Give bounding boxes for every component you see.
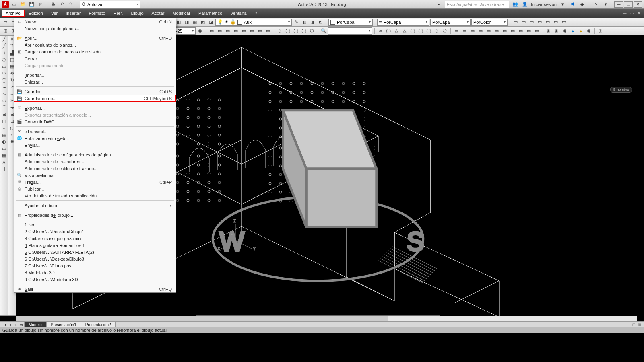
layout-tab[interactable]: Presentación1 <box>46 322 81 327</box>
tb-icon[interactable]: ▭ <box>509 27 516 35</box>
menu-insertar[interactable]: Insertar <box>62 10 85 17</box>
tb-icon[interactable]: ▭ <box>477 27 484 35</box>
mdi-close-button[interactable]: ✕ <box>636 10 642 16</box>
tb-icon[interactable]: ▭ <box>248 27 256 35</box>
tb-icon[interactable]: ▭ <box>485 27 492 35</box>
tb-icon[interactable]: ◇ <box>276 27 283 35</box>
tb-icon[interactable]: ● <box>569 27 576 35</box>
menu-item[interactable]: ▤Administrador de configuraciones de pág… <box>14 151 176 158</box>
menu-item[interactable]: 4 Planos guitarra Romanillos 1 <box>14 242 176 249</box>
tb-icon[interactable]: ◯ <box>417 27 424 35</box>
tb-icon[interactable]: ◉ <box>585 27 592 35</box>
tb-icon[interactable]: ▭ <box>469 27 476 35</box>
tb-icon[interactable]: 🔍 <box>320 27 327 35</box>
addselected-tool-icon[interactable]: ✚ <box>0 166 8 173</box>
region-tool-icon[interactable]: ▭ <box>0 145 8 152</box>
tb-icon[interactable]: ▭ <box>512 19 519 26</box>
signin-label[interactable]: Iniciar sesión <box>531 2 557 7</box>
layout-tab[interactable]: Modelo <box>24 322 46 327</box>
rectangle-tool-icon[interactable]: ▭ <box>0 63 8 70</box>
line-tool-icon[interactable]: ╱ <box>0 36 8 43</box>
tb-icon[interactable]: ▭ <box>520 19 527 26</box>
layout-tab[interactable]: Presentación2 <box>81 322 116 327</box>
menu-item[interactable]: 7 C:\Users\...\Plano post <box>14 262 176 269</box>
app-store-icon[interactable]: ◆ <box>578 1 586 8</box>
tb-icon[interactable]: △ <box>401 27 408 35</box>
mdi-minimize-button[interactable]: — <box>621 10 628 16</box>
linetype-dropdown[interactable]: PorCapa ▾ <box>430 19 471 26</box>
qat-print-icon[interactable]: 🖶 <box>50 1 57 8</box>
menu-item[interactable]: ◧Cargar conjunto de marcas de revisión..… <box>14 48 176 55</box>
menu-[interactable]: ? <box>251 10 261 17</box>
layer-icon[interactable]: ◧ <box>301 19 308 26</box>
menu-item[interactable]: Enlazar... <box>14 78 176 85</box>
tab-prev-icon[interactable]: ◂ <box>7 322 13 327</box>
menu-dibujo[interactable]: Dibujo <box>127 10 147 17</box>
menu-item[interactable]: ✉eTransmit... <box>14 128 176 135</box>
layer-icon[interactable]: ◩ <box>199 19 206 26</box>
tb-icon[interactable]: ◉ <box>561 27 568 35</box>
qat-save-icon[interactable]: 💾 <box>28 1 35 8</box>
tb-icon[interactable]: ◎ <box>597 27 604 35</box>
tb-icon[interactable]: ▭ <box>493 27 500 35</box>
menu-item[interactable]: 🔍Vista preliminar <box>14 172 176 179</box>
menu-item[interactable]: ▭Nuevo...Ctrl+N <box>14 18 176 25</box>
tb-icon[interactable]: ⬠ <box>441 27 448 35</box>
color-dropdown[interactable]: PorCapa ▾ <box>328 19 373 26</box>
tb-icon[interactable]: ◯ <box>425 27 432 35</box>
tb-icon[interactable]: ▭ <box>533 27 541 35</box>
menu-item[interactable]: Cerrar <box>14 55 176 62</box>
menu-item[interactable]: 6 C:\Users\...\Desktop\Dibujo3 <box>14 255 176 262</box>
tb-icon[interactable]: △ <box>393 27 400 35</box>
tb-icon[interactable]: ▭ <box>232 27 239 35</box>
tb-icon[interactable]: ▭ <box>2 19 9 26</box>
tb-icon[interactable]: ▭ <box>560 19 568 26</box>
menu-item[interactable]: ▤Propiedades del dibujo... <box>14 212 176 218</box>
menu-item[interactable]: Nuevo conjunto de planos... <box>14 25 176 32</box>
qat-open-icon[interactable]: 📂 <box>19 1 27 8</box>
table-tool-icon[interactable]: ▦ <box>0 152 8 159</box>
menu-archivo[interactable]: Archivo <box>2 10 25 17</box>
spline-tool-icon[interactable]: ∿ <box>0 90 8 97</box>
layer-match-icon[interactable]: ✎ <box>293 19 300 26</box>
qat-saveas-icon[interactable]: ⎘ <box>37 1 44 8</box>
tb-icon[interactable]: ◉ <box>553 27 560 35</box>
minimize-button[interactable]: — <box>614 1 623 8</box>
nav-label[interactable]: S-nombre <box>610 87 632 93</box>
menu-edicin[interactable]: Edición <box>25 10 47 17</box>
help-icon[interactable]: ? <box>592 1 600 8</box>
qat-new-icon[interactable]: ▭ <box>10 1 18 8</box>
mdi-restore-button[interactable]: ▭ <box>629 10 635 16</box>
menu-item[interactable]: Ayudas al dibujo <box>14 202 176 209</box>
tb-icon[interactable]: ▭ <box>536 19 543 26</box>
menu-paramtrico[interactable]: Paramétrico <box>194 10 226 17</box>
tb-icon[interactable]: ◉ <box>196 27 204 35</box>
text-tool-icon[interactable]: A <box>0 159 8 166</box>
tb-icon[interactable]: ◯ <box>300 27 308 35</box>
menu-ver[interactable]: Ver <box>47 10 62 17</box>
tb-dropdown[interactable]: ▾ <box>328 27 372 35</box>
menu-item[interactable]: 🌐Publicar en sitio web... <box>14 135 176 142</box>
tb-icon[interactable]: ▭ <box>453 27 460 35</box>
tb-icon[interactable]: ▭ <box>216 27 223 35</box>
polygon-tool-icon[interactable]: ⬠ <box>0 56 8 63</box>
menu-item[interactable]: 🖶Trazar...Ctrl+P <box>14 179 176 185</box>
close-button[interactable]: ✕ <box>634 1 642 8</box>
polyline-tool-icon[interactable]: ⌇ <box>0 49 8 56</box>
menu-item[interactable]: 💾GuardarCtrl+S <box>14 88 176 95</box>
revcloud-tool-icon[interactable]: ☁ <box>0 84 8 90</box>
user-icon[interactable]: 👤 <box>521 1 528 8</box>
layer-states-icon[interactable]: ◨ <box>183 19 190 26</box>
tb-icon[interactable]: ⬡ <box>308 27 316 35</box>
tb-icon[interactable]: ● <box>577 27 584 35</box>
tb-icon[interactable]: ▭ <box>256 27 264 35</box>
menu-item[interactable]: 💾Guardar como...Ctrl+Mayús+S <box>14 95 176 102</box>
menu-modificar[interactable]: Modificar <box>168 10 194 17</box>
menu-item[interactable]: 9 C:\Users\...\Modelado 3D <box>14 276 176 283</box>
layer-icon[interactable]: ◩ <box>317 19 324 26</box>
tb-icon[interactable]: ▭ <box>544 19 551 26</box>
tb-icon[interactable]: ▱ <box>377 27 384 35</box>
menu-item[interactable]: Administrador de estilos de trazado... <box>14 165 176 172</box>
gradient-tool-icon[interactable]: ◐ <box>0 138 8 145</box>
menu-item[interactable]: 📂Abrir...Ctrl+O <box>14 35 176 41</box>
